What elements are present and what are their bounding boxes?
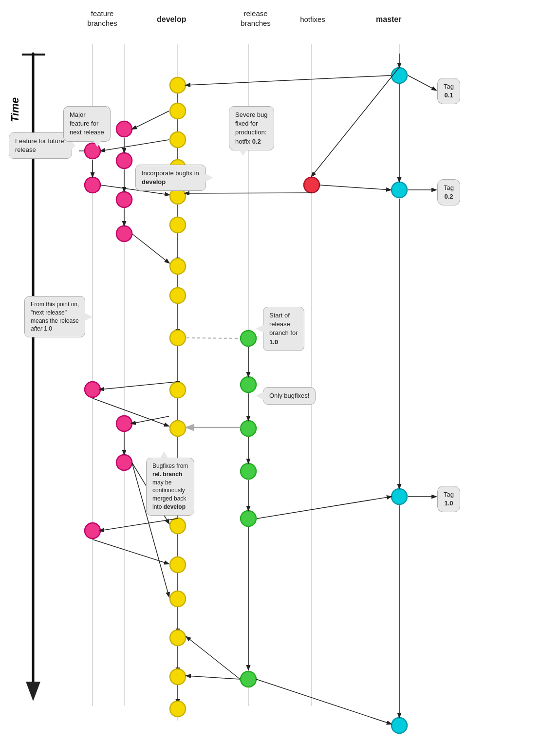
- svg-point-46: [392, 718, 407, 733]
- callout-next-release: From this point on,"next release"means t…: [24, 296, 85, 337]
- svg-line-99: [408, 75, 436, 90]
- svg-line-54: [185, 193, 312, 193]
- svg-point-43: [392, 68, 407, 83]
- callout-incorporate-bugfix: Incorporate bugfix in develop: [135, 165, 206, 191]
- svg-line-98: [186, 75, 391, 85]
- svg-point-84: [241, 464, 256, 479]
- svg-point-34: [170, 382, 186, 398]
- callout-feature-future: Feature for future release: [9, 132, 72, 159]
- svg-point-40: [170, 630, 186, 646]
- svg-point-71: [116, 455, 132, 470]
- svg-point-32: [170, 288, 186, 303]
- callout-bugfixes-merged: Bugfixes fromrel. branchmay becontinuous…: [146, 458, 194, 516]
- callout-only-bugfixes: Only bugfixes!: [263, 387, 316, 405]
- tag-0-1: Tag0.1: [437, 78, 460, 104]
- svg-point-86: [241, 671, 256, 687]
- svg-point-33: [170, 330, 186, 346]
- svg-line-60: [101, 140, 169, 151]
- svg-point-68: [116, 192, 132, 207]
- svg-point-51: [304, 177, 319, 193]
- diagram: featurebranches develop releasebranches …: [0, 0, 560, 742]
- svg-point-27: [170, 132, 186, 148]
- svg-line-87: [187, 338, 240, 338]
- tag-1-0: Tag1.0: [437, 486, 460, 512]
- svg-point-70: [116, 416, 132, 431]
- svg-line-92: [257, 497, 391, 519]
- callout-major-feature: Majorfeature fornext release: [63, 106, 111, 142]
- svg-point-41: [170, 669, 186, 685]
- svg-line-72: [132, 111, 169, 129]
- callout-start-release: Start ofreleasebranch for1.0: [263, 307, 304, 351]
- svg-point-69: [116, 226, 132, 241]
- svg-point-30: [170, 217, 186, 233]
- svg-point-58: [85, 523, 100, 538]
- svg-point-31: [170, 259, 186, 274]
- svg-line-53: [319, 185, 391, 190]
- svg-point-57: [85, 382, 100, 397]
- svg-line-52: [312, 67, 399, 176]
- svg-point-82: [241, 377, 256, 392]
- svg-line-62: [100, 382, 178, 390]
- svg-point-66: [116, 121, 132, 137]
- svg-line-95: [187, 637, 240, 679]
- svg-point-85: [241, 511, 256, 526]
- svg-line-96: [187, 676, 240, 679]
- callout-severe-bug: Severe bugfixed forproduction:hotfix 0.2: [229, 106, 274, 150]
- svg-line-64: [100, 519, 178, 531]
- tag-0-2: Tag0.2: [437, 179, 460, 205]
- svg-point-26: [170, 103, 186, 119]
- svg-point-35: [170, 421, 186, 436]
- svg-point-67: [116, 153, 132, 168]
- svg-line-65: [93, 539, 168, 564]
- svg-point-56: [85, 177, 100, 193]
- svg-point-38: [170, 557, 186, 573]
- svg-point-42: [170, 701, 186, 717]
- svg-point-81: [241, 331, 256, 346]
- svg-line-97: [256, 679, 391, 724]
- svg-point-37: [170, 518, 186, 534]
- svg-point-45: [392, 489, 407, 504]
- svg-point-83: [241, 421, 256, 436]
- svg-point-39: [170, 591, 186, 607]
- svg-line-76: [132, 234, 169, 263]
- svg-point-25: [170, 77, 186, 93]
- svg-line-77: [131, 416, 169, 424]
- svg-point-44: [392, 182, 407, 198]
